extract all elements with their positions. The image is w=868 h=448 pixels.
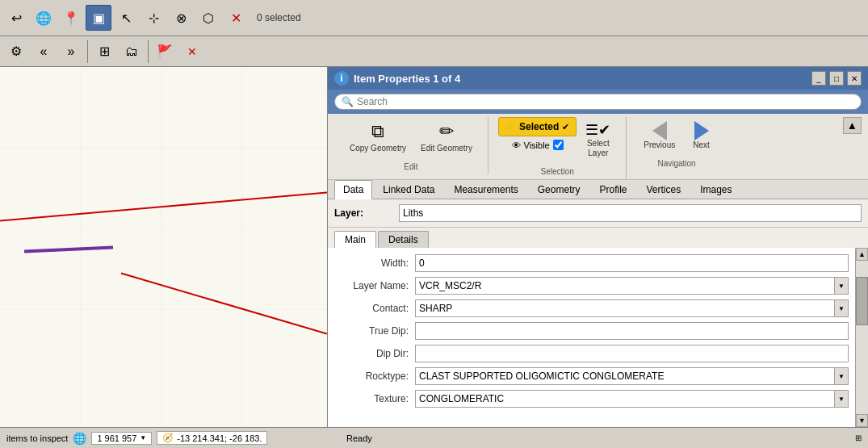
field-input-width[interactable]	[415, 254, 849, 272]
tab-profile[interactable]: Profile	[590, 180, 635, 199]
data-section: Main Details Width: Layer Name: ▼	[328, 228, 868, 427]
item-properties-panel: i Item Properties 1 of 4 _ □ ✕ 🔍	[327, 67, 868, 427]
navigation-group-label: Navigation	[657, 159, 695, 168]
field-dropdown-rocktype[interactable]: ▼	[834, 367, 849, 385]
second-toolbar-btn-close[interactable]: ✕	[179, 39, 205, 65]
id-value-box[interactable]: 1 961 957 ▼	[91, 432, 152, 445]
visible-label: Visible	[524, 140, 550, 150]
toolbar-btn-pin[interactable]: 📍	[58, 5, 84, 31]
field-input-wrap-layername: ▼	[415, 277, 849, 295]
previous-arrow	[652, 121, 667, 140]
previous-btn[interactable]: Previous	[636, 117, 682, 154]
data-fields-area: Width: Layer Name: ▼ Contact:	[328, 248, 868, 427]
field-dropdown-layername[interactable]: ▼	[834, 277, 849, 295]
second-toolbar-btn-right[interactable]: »	[58, 39, 84, 65]
copy-geometry-btn[interactable]: ⧉ Copy Geometry	[344, 117, 412, 157]
next-arrow	[694, 121, 709, 140]
field-dropdown-texture[interactable]: ▼	[834, 390, 849, 408]
ribbon-selection-buttons: ★ Selected ✔ 👁 Visible ☰✔	[498, 117, 616, 162]
tab-images[interactable]: Images	[691, 180, 740, 199]
info-icon: i	[334, 71, 349, 86]
selected-btn[interactable]: ★ Selected ✔	[498, 117, 577, 136]
resize-handle[interactable]: ⊞	[855, 433, 862, 442]
tab-vertices[interactable]: Vertices	[637, 180, 690, 199]
toolbar-btn-globe[interactable]: 🌐	[31, 5, 57, 31]
map-panel	[0, 67, 327, 427]
copy-geometry-label: Copy Geometry	[350, 144, 406, 153]
layer-field-input[interactable]	[399, 204, 862, 222]
field-label-contact: Contact:	[334, 303, 415, 314]
main-tabs-bar: Data Linked Data Measurements Geometry P…	[328, 180, 868, 199]
next-btn[interactable]: Next	[686, 117, 717, 154]
field-dropdown-contact[interactable]: ▼	[834, 299, 849, 317]
second-toolbar-btn-grid[interactable]: ⊞	[91, 39, 117, 65]
scroll-up-btn[interactable]: ▲	[856, 248, 868, 261]
edit-geometry-btn[interactable]: ✏ Edit Geometry	[415, 117, 478, 157]
search-input[interactable]	[357, 96, 502, 107]
layer-row: Layer:	[328, 199, 868, 228]
toolbar-btn-cursor[interactable]: ↖	[113, 5, 139, 31]
status-left: items to inspect 🌐 1 961 957 ▼ 🧭 -13 214…	[6, 431, 333, 445]
field-label-rocktype: Rocktype:	[334, 371, 415, 382]
status-items-to-inspect: items to inspect	[6, 433, 68, 443]
second-toolbar-btn-gear[interactable]: ⚙	[3, 39, 29, 65]
select-layer-btn[interactable]: ☰✔ Select Layer	[580, 117, 616, 162]
right-scrollbar[interactable]: ▲ ▼	[855, 248, 868, 427]
toolbar-btn-select2[interactable]: ⊹	[140, 5, 166, 31]
second-toolbar-btn-flag[interactable]: 🚩	[152, 39, 178, 65]
visible-checkbox[interactable]	[553, 140, 564, 150]
scroll-down-btn[interactable]: ▼	[856, 414, 868, 427]
panel-close-btn[interactable]: ✕	[847, 71, 862, 86]
tab-measurements[interactable]: Measurements	[445, 180, 526, 199]
toolbar-btn-polygon[interactable]: ⬡	[195, 5, 221, 31]
select-layer-icon: ☰✔	[585, 121, 610, 139]
second-toolbar-btn-layers[interactable]: 🗂	[119, 39, 145, 65]
tab-data[interactable]: Data	[334, 180, 372, 199]
sub-tab-details[interactable]: Details	[378, 231, 429, 248]
toolbar-btn-back[interactable]: ↩	[3, 5, 29, 31]
scroll-track	[856, 261, 868, 414]
toolbar-btn-select[interactable]: ▣	[86, 5, 111, 31]
selection-group-label: Selection	[541, 167, 574, 176]
field-input-wrap-rocktype: ▼	[415, 367, 849, 385]
field-input-contact[interactable]	[415, 299, 834, 317]
search-input-wrap: 🔍	[334, 94, 862, 110]
panel-maximize-btn[interactable]: □	[829, 71, 844, 86]
toolbar-btn-deselect[interactable]: ✕	[223, 5, 249, 31]
tab-linked-data[interactable]: Linked Data	[374, 180, 443, 199]
ribbon-group-navigation: Previous Next Navigation	[627, 117, 726, 171]
ribbon-collapse-btn[interactable]: ▲	[843, 117, 862, 134]
tab-geometry[interactable]: Geometry	[529, 180, 589, 199]
star-icon: ★	[505, 120, 516, 133]
field-input-rocktype[interactable]	[415, 367, 834, 385]
field-input-truedip[interactable]	[415, 322, 849, 340]
status-globe-icon: 🌐	[73, 432, 86, 445]
top-toolbar: ↩ 🌐 📍 ▣ ↖ ⊹ ⊗ ⬡ ✕ 0 selected	[0, 0, 868, 36]
search-icon: 🔍	[342, 96, 354, 107]
map-canvas[interactable]	[0, 67, 327, 427]
field-row-contact: Contact: ▼	[334, 299, 849, 317]
second-toolbar-btn-left[interactable]: «	[31, 39, 57, 65]
status-right: Ready	[340, 433, 849, 443]
scroll-thumb[interactable]	[856, 277, 868, 325]
second-toolbar: ⚙ « » ⊞ 🗂 🚩 ✕	[0, 36, 868, 67]
data-fields: Width: Layer Name: ▼ Contact:	[328, 248, 855, 427]
selected-label: Selected	[519, 121, 559, 132]
coord-box: 🧭 -13 214.341; -26 183.	[157, 431, 267, 445]
field-input-texture[interactable]	[415, 390, 834, 408]
toolbar-btn-lasso[interactable]: ⊗	[168, 5, 194, 31]
selected-check: ✔	[562, 122, 569, 132]
field-input-dipdir[interactable]	[415, 345, 849, 362]
previous-label: Previous	[644, 140, 675, 150]
layer-field-label: Layer:	[334, 207, 399, 219]
sep1	[87, 40, 88, 63]
select-layer-label: Select Layer	[587, 139, 610, 158]
sub-tab-main[interactable]: Main	[334, 231, 376, 248]
id-value: 1 961 957	[97, 433, 136, 443]
ribbon-group-edit: ⧉ Copy Geometry ✏ Edit Geometry Edit	[334, 117, 489, 174]
ribbon-nav-buttons: Previous Next	[636, 117, 716, 154]
field-input-layername[interactable]	[415, 277, 834, 295]
eye-icon: 👁	[512, 140, 521, 150]
panel-minimize-btn[interactable]: _	[811, 71, 826, 86]
main-area: i Item Properties 1 of 4 _ □ ✕ 🔍	[0, 67, 868, 427]
